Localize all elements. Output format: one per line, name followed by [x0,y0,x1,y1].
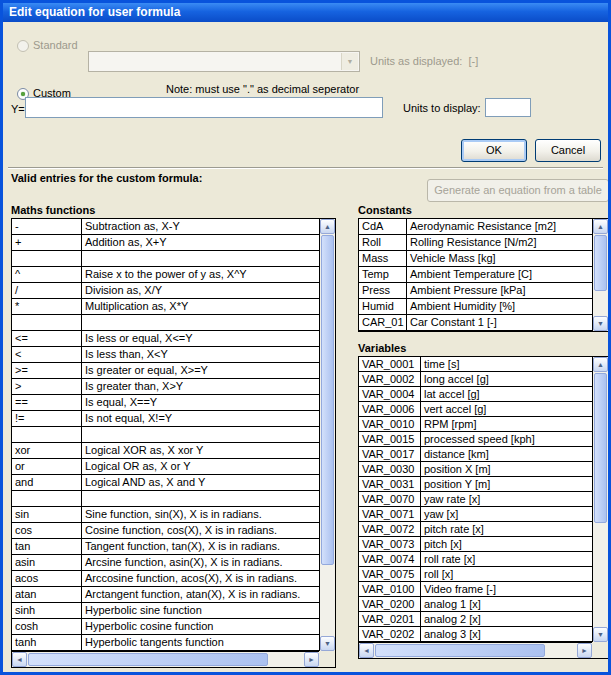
ok-button[interactable]: OK [461,139,527,162]
maths-horizontal-scrollbar[interactable]: ◄ ► [12,651,319,667]
scrollbar-thumb[interactable] [594,373,607,523]
scroll-down-icon[interactable]: ▼ [320,636,335,651]
table-row[interactable]: VAR_0030position X [m] [359,462,592,477]
table-row[interactable]: !=Is not equal, X!=Y [12,411,319,427]
scroll-right-icon[interactable]: ► [577,643,592,658]
maths-vertical-scrollbar[interactable]: ▲ ▼ [319,219,335,651]
table-row[interactable] [12,315,319,331]
table-row[interactable]: VAR_0006vert accel [g] [359,402,592,417]
scroll-down-icon[interactable]: ▼ [593,316,608,331]
scrollbar-corner [592,642,608,658]
table-row[interactable]: sinhHyperbolic sine function [12,603,319,619]
decimal-separator-note: Note: must use "." as decimal seperator [166,83,359,95]
scrollbar-thumb[interactable] [375,644,545,657]
table-row[interactable] [12,491,319,507]
table-cell: Video frame [-] [421,582,592,596]
section-divider [8,167,603,169]
table-row[interactable]: CAR_01Car Constant 1 [-] [359,315,592,331]
table-row[interactable] [12,251,319,267]
table-cell: + [12,235,82,250]
table-row[interactable]: VAR_0072pitch rate [x] [359,522,592,537]
table-row[interactable]: VAR_0010RPM [rpm] [359,417,592,432]
table-row[interactable]: ==Is equal, X==Y [12,395,319,411]
scroll-left-icon[interactable]: ◄ [12,652,27,667]
scroll-up-icon[interactable]: ▲ [593,357,608,372]
table-row[interactable]: tanhHyperbolic tangents function [12,635,319,651]
scroll-left-icon[interactable]: ◄ [359,643,374,658]
table-row[interactable]: +Addition as, X+Y [12,235,319,251]
table-row[interactable]: sinSine function, sin(X), X is in radian… [12,507,319,523]
y-equals-label: Y= [11,103,25,115]
table-row[interactable]: VAR_0004lat accel [g] [359,387,592,402]
standard-radio[interactable] [17,40,29,52]
table-row[interactable]: VAR_0201analog 2 [x] [359,612,592,627]
variables-horizontal-scrollbar[interactable]: ◄ ► [359,642,592,658]
table-row[interactable]: xorLogical XOR as, X xor Y [12,443,319,459]
table-row[interactable]: -Subtraction as, X-Y [12,219,319,235]
scroll-down-icon[interactable]: ▼ [593,627,608,642]
table-row[interactable]: VAR_0202analog 3 [x] [359,627,592,642]
table-row[interactable]: VAR_0002long accel [g] [359,372,592,387]
table-cell: >= [12,363,82,378]
table-row[interactable]: andLogical AND as, X and Y [12,475,319,491]
table-row[interactable]: VAR_0075roll [x] [359,567,592,582]
formula-input[interactable] [25,97,383,118]
table-cell: Raise x to the power of y as, X^Y [82,267,319,282]
table-row[interactable]: VAR_0017distance [km] [359,447,592,462]
scrollbar-thumb[interactable] [28,653,268,666]
constants-heading: Constants [358,204,412,216]
table-row[interactable]: MassVehicle Mass [kg] [359,251,592,267]
generate-equation-button[interactable]: Generate an equation from a table [427,179,609,202]
table-row[interactable]: VAR_0015processed speed [kph] [359,432,592,447]
table-cell: acos [12,571,82,586]
scrollbar-thumb[interactable] [321,235,334,565]
table-cell: VAR_0201 [359,612,421,626]
table-row[interactable]: VAR_0074roll rate [x] [359,552,592,567]
table-row[interactable]: VAR_0031position Y [m] [359,477,592,492]
scroll-right-icon[interactable]: ► [304,652,319,667]
units-input[interactable] [485,98,531,117]
table-row[interactable]: VAR_0001time [s] [359,357,592,372]
table-cell: Addition as, X+Y [82,235,319,250]
table-row[interactable] [12,427,319,443]
table-row[interactable]: atanArctangent function, atan(X), X is i… [12,587,319,603]
table-row[interactable]: tanTangent function, tan(X), X is in rad… [12,539,319,555]
table-row[interactable]: orLogical OR as, X or Y [12,459,319,475]
standard-formula-dropdown[interactable]: ▼ [88,51,360,72]
table-row[interactable]: HumidAmbient Humidity [%] [359,299,592,315]
scroll-up-icon[interactable]: ▲ [593,219,608,234]
table-row[interactable]: /Division as, X/Y [12,283,319,299]
table-row[interactable]: RollRolling Resistance [N/m2] [359,235,592,251]
table-row[interactable]: >=Is greater or equal, X>=Y [12,363,319,379]
scrollbar-thumb[interactable] [594,235,607,291]
variables-vertical-scrollbar[interactable]: ▲ ▼ [592,357,608,642]
chevron-down-icon[interactable]: ▼ [341,53,358,70]
cancel-button[interactable]: Cancel [535,139,601,162]
constants-vertical-scrollbar[interactable]: ▲ ▼ [592,219,608,331]
table-row[interactable]: <Is less than, X<Y [12,347,319,363]
table-row[interactable]: VAR_0071yaw [x] [359,507,592,522]
table-cell: Ambient Humidity [%] [407,299,592,314]
table-row[interactable]: *Multiplication as, X*Y [12,299,319,315]
table-row[interactable]: acosArccosine function, acos(X), X is in… [12,571,319,587]
table-row[interactable]: <=Is less or equal, X<=Y [12,331,319,347]
table-cell [12,427,82,442]
table-row[interactable]: VAR_0070yaw rate [x] [359,492,592,507]
table-row[interactable]: VAR_0073pitch [x] [359,537,592,552]
table-row[interactable]: >Is greater than, X>Y [12,379,319,395]
table-row[interactable]: asinArcsine function, asin(X), X is in r… [12,555,319,571]
table-cell: VAR_0070 [359,492,421,506]
table-row[interactable]: coshHyperbolic cosine function [12,619,319,635]
table-row[interactable]: VAR_0100Video frame [-] [359,582,592,597]
table-row[interactable]: PressAmbient Pressure [kPa] [359,283,592,299]
table-row[interactable]: CdAAerodynamic Resistance [m2] [359,219,592,235]
table-row[interactable]: ^Raise x to the power of y as, X^Y [12,267,319,283]
table-row[interactable]: VAR_0200analog 1 [x] [359,597,592,612]
table-cell: * [12,299,82,314]
table-row[interactable]: TempAmbient Temperature [C] [359,267,592,283]
table-cell: VAR_0075 [359,567,421,581]
title-bar[interactable]: Edit equation for user formula [3,3,608,22]
scroll-up-icon[interactable]: ▲ [320,219,335,234]
table-row[interactable]: cosCosine function, cos(X), X is in radi… [12,523,319,539]
table-cell: VAR_0072 [359,522,421,536]
